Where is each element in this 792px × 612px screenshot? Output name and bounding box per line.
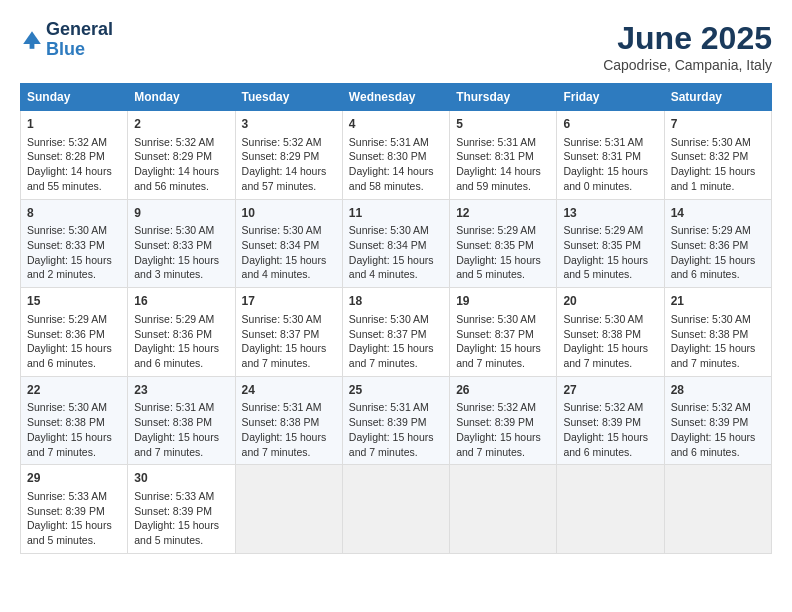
cell-info: Sunrise: 5:31 AMSunset: 8:31 PMDaylight:… (456, 136, 541, 192)
day-number: 21 (671, 293, 765, 310)
day-number: 12 (456, 205, 550, 222)
day-number: 10 (242, 205, 336, 222)
col-thursday: Thursday (450, 84, 557, 111)
calendar-row: 8 Sunrise: 5:30 AMSunset: 8:33 PMDayligh… (21, 199, 772, 288)
cell-info: Sunrise: 5:29 AMSunset: 8:35 PMDaylight:… (456, 224, 541, 280)
calendar-cell (557, 465, 664, 554)
calendar-cell: 16 Sunrise: 5:29 AMSunset: 8:36 PMDaylig… (128, 288, 235, 377)
calendar-cell: 28 Sunrise: 5:32 AMSunset: 8:39 PMDaylig… (664, 376, 771, 465)
logo-icon (20, 28, 44, 52)
day-number: 7 (671, 116, 765, 133)
day-number: 17 (242, 293, 336, 310)
cell-info: Sunrise: 5:30 AMSunset: 8:32 PMDaylight:… (671, 136, 756, 192)
cell-info: Sunrise: 5:29 AMSunset: 8:35 PMDaylight:… (563, 224, 648, 280)
cell-info: Sunrise: 5:30 AMSunset: 8:38 PMDaylight:… (27, 401, 112, 457)
calendar-cell: 8 Sunrise: 5:30 AMSunset: 8:33 PMDayligh… (21, 199, 128, 288)
col-monday: Monday (128, 84, 235, 111)
col-sunday: Sunday (21, 84, 128, 111)
calendar-cell: 12 Sunrise: 5:29 AMSunset: 8:35 PMDaylig… (450, 199, 557, 288)
calendar-cell: 25 Sunrise: 5:31 AMSunset: 8:39 PMDaylig… (342, 376, 449, 465)
cell-info: Sunrise: 5:30 AMSunset: 8:37 PMDaylight:… (242, 313, 327, 369)
cell-info: Sunrise: 5:32 AMSunset: 8:29 PMDaylight:… (134, 136, 219, 192)
calendar-cell: 27 Sunrise: 5:32 AMSunset: 8:39 PMDaylig… (557, 376, 664, 465)
calendar-cell (235, 465, 342, 554)
cell-info: Sunrise: 5:32 AMSunset: 8:29 PMDaylight:… (242, 136, 327, 192)
cell-info: Sunrise: 5:32 AMSunset: 8:28 PMDaylight:… (27, 136, 112, 192)
cell-info: Sunrise: 5:29 AMSunset: 8:36 PMDaylight:… (134, 313, 219, 369)
cell-info: Sunrise: 5:30 AMSunset: 8:33 PMDaylight:… (134, 224, 219, 280)
calendar-cell: 26 Sunrise: 5:32 AMSunset: 8:39 PMDaylig… (450, 376, 557, 465)
cell-info: Sunrise: 5:32 AMSunset: 8:39 PMDaylight:… (456, 401, 541, 457)
cell-info: Sunrise: 5:30 AMSunset: 8:37 PMDaylight:… (349, 313, 434, 369)
col-wednesday: Wednesday (342, 84, 449, 111)
calendar-cell: 11 Sunrise: 5:30 AMSunset: 8:34 PMDaylig… (342, 199, 449, 288)
cell-info: Sunrise: 5:30 AMSunset: 8:38 PMDaylight:… (671, 313, 756, 369)
calendar-cell: 22 Sunrise: 5:30 AMSunset: 8:38 PMDaylig… (21, 376, 128, 465)
cell-info: Sunrise: 5:33 AMSunset: 8:39 PMDaylight:… (27, 490, 112, 546)
day-number: 15 (27, 293, 121, 310)
day-number: 20 (563, 293, 657, 310)
calendar-cell: 10 Sunrise: 5:30 AMSunset: 8:34 PMDaylig… (235, 199, 342, 288)
logo-text: General Blue (46, 20, 113, 60)
day-number: 18 (349, 293, 443, 310)
calendar-row: 1 Sunrise: 5:32 AMSunset: 8:28 PMDayligh… (21, 111, 772, 200)
calendar-cell: 17 Sunrise: 5:30 AMSunset: 8:37 PMDaylig… (235, 288, 342, 377)
subtitle: Capodrise, Campania, Italy (603, 57, 772, 73)
cell-info: Sunrise: 5:32 AMSunset: 8:39 PMDaylight:… (563, 401, 648, 457)
day-number: 9 (134, 205, 228, 222)
calendar-cell: 6 Sunrise: 5:31 AMSunset: 8:31 PMDayligh… (557, 111, 664, 200)
calendar-row: 22 Sunrise: 5:30 AMSunset: 8:38 PMDaylig… (21, 376, 772, 465)
cell-info: Sunrise: 5:31 AMSunset: 8:30 PMDaylight:… (349, 136, 434, 192)
cell-info: Sunrise: 5:31 AMSunset: 8:31 PMDaylight:… (563, 136, 648, 192)
day-number: 5 (456, 116, 550, 133)
calendar-cell (342, 465, 449, 554)
calendar-cell: 15 Sunrise: 5:29 AMSunset: 8:36 PMDaylig… (21, 288, 128, 377)
calendar-cell: 23 Sunrise: 5:31 AMSunset: 8:38 PMDaylig… (128, 376, 235, 465)
calendar-cell: 13 Sunrise: 5:29 AMSunset: 8:35 PMDaylig… (557, 199, 664, 288)
col-tuesday: Tuesday (235, 84, 342, 111)
calendar-cell: 30 Sunrise: 5:33 AMSunset: 8:39 PMDaylig… (128, 465, 235, 554)
cell-info: Sunrise: 5:30 AMSunset: 8:37 PMDaylight:… (456, 313, 541, 369)
calendar-cell (664, 465, 771, 554)
logo: General Blue (20, 20, 113, 60)
day-number: 11 (349, 205, 443, 222)
cell-info: Sunrise: 5:30 AMSunset: 8:33 PMDaylight:… (27, 224, 112, 280)
calendar-cell: 5 Sunrise: 5:31 AMSunset: 8:31 PMDayligh… (450, 111, 557, 200)
calendar-cell: 4 Sunrise: 5:31 AMSunset: 8:30 PMDayligh… (342, 111, 449, 200)
month-title: June 2025 (603, 20, 772, 57)
day-number: 19 (456, 293, 550, 310)
cell-info: Sunrise: 5:29 AMSunset: 8:36 PMDaylight:… (27, 313, 112, 369)
day-number: 8 (27, 205, 121, 222)
calendar-row: 15 Sunrise: 5:29 AMSunset: 8:36 PMDaylig… (21, 288, 772, 377)
calendar-cell: 14 Sunrise: 5:29 AMSunset: 8:36 PMDaylig… (664, 199, 771, 288)
cell-info: Sunrise: 5:30 AMSunset: 8:38 PMDaylight:… (563, 313, 648, 369)
day-number: 16 (134, 293, 228, 310)
day-number: 29 (27, 470, 121, 487)
col-friday: Friday (557, 84, 664, 111)
day-number: 2 (134, 116, 228, 133)
calendar-cell: 1 Sunrise: 5:32 AMSunset: 8:28 PMDayligh… (21, 111, 128, 200)
day-number: 22 (27, 382, 121, 399)
calendar-header-row: Sunday Monday Tuesday Wednesday Thursday… (21, 84, 772, 111)
day-number: 1 (27, 116, 121, 133)
day-number: 6 (563, 116, 657, 133)
calendar-cell: 2 Sunrise: 5:32 AMSunset: 8:29 PMDayligh… (128, 111, 235, 200)
day-number: 13 (563, 205, 657, 222)
svg-rect-1 (30, 44, 35, 49)
day-number: 26 (456, 382, 550, 399)
day-number: 28 (671, 382, 765, 399)
cell-info: Sunrise: 5:29 AMSunset: 8:36 PMDaylight:… (671, 224, 756, 280)
page-header: General Blue June 2025 Capodrise, Campan… (20, 20, 772, 73)
day-number: 25 (349, 382, 443, 399)
cell-info: Sunrise: 5:33 AMSunset: 8:39 PMDaylight:… (134, 490, 219, 546)
calendar-cell: 29 Sunrise: 5:33 AMSunset: 8:39 PMDaylig… (21, 465, 128, 554)
calendar-cell: 20 Sunrise: 5:30 AMSunset: 8:38 PMDaylig… (557, 288, 664, 377)
calendar-row: 29 Sunrise: 5:33 AMSunset: 8:39 PMDaylig… (21, 465, 772, 554)
calendar-cell: 24 Sunrise: 5:31 AMSunset: 8:38 PMDaylig… (235, 376, 342, 465)
title-block: June 2025 Capodrise, Campania, Italy (603, 20, 772, 73)
calendar-cell: 3 Sunrise: 5:32 AMSunset: 8:29 PMDayligh… (235, 111, 342, 200)
day-number: 4 (349, 116, 443, 133)
cell-info: Sunrise: 5:31 AMSunset: 8:38 PMDaylight:… (134, 401, 219, 457)
day-number: 27 (563, 382, 657, 399)
day-number: 30 (134, 470, 228, 487)
